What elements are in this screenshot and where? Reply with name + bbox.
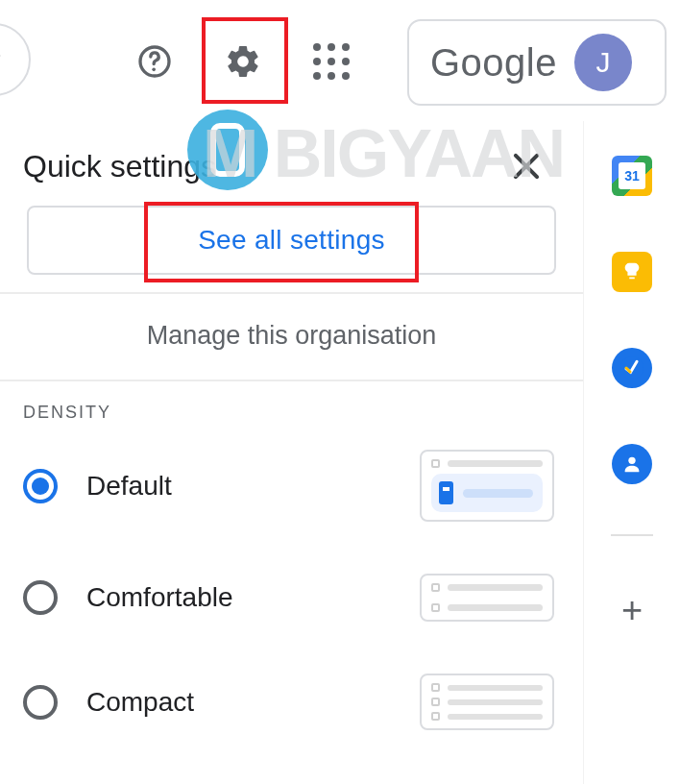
manage-organisation-link[interactable]: Manage this organisation [0,294,583,380]
radio-icon[interactable] [23,580,58,615]
add-addon-icon[interactable]: + [621,592,643,628]
density-option-compact[interactable]: Compact [23,674,556,730]
density-label: Default [86,471,172,502]
density-label: Compact [86,687,194,718]
density-preview-compact [420,674,554,730]
density-option-comfortable[interactable]: Comfortable [23,574,556,622]
keep-app-icon[interactable] [612,252,652,292]
see-all-settings-button[interactable]: See all settings [27,206,556,275]
help-icon[interactable] [133,39,177,84]
panel-title: Quick settings [23,149,216,184]
density-section: DENSITY Default Comfortable [0,381,583,730]
close-icon[interactable] [508,148,545,184]
see-all-settings-label: See all settings [198,225,385,256]
google-apps-icon[interactable] [309,39,353,84]
contacts-app-icon[interactable] [612,444,652,484]
density-heading: DENSITY [23,403,556,423]
svg-point-1 [152,68,156,72]
radio-icon[interactable] [23,469,58,503]
density-options: Default Comfortable [23,450,556,730]
calendar-app-icon[interactable]: 31 [612,156,652,196]
header-bar: ve ▼ Google J [0,0,680,115]
quick-settings-panel: Quick settings See all settings Manage t… [0,121,584,784]
calendar-date: 31 [619,162,645,189]
header-toolbar [133,33,353,90]
density-option-default[interactable]: Default [23,450,556,522]
manage-organisation-label: Manage this organisation [147,321,437,350]
google-logo-text: Google [430,41,557,85]
see-all-settings-wrap: See all settings [0,198,583,292]
density-label: Comfortable [86,582,233,613]
avatar-initial: J [595,46,610,79]
dropdown-caret-icon: ▼ [0,50,4,70]
svg-point-3 [628,457,635,464]
avatar[interactable]: J [574,34,632,91]
density-preview-default [420,450,554,522]
rail-divider [611,534,653,536]
archive-chip[interactable]: ve ▼ [0,23,31,96]
gear-icon[interactable] [221,39,265,84]
main-area: Quick settings See all settings Manage t… [0,121,680,784]
radio-icon[interactable] [23,685,58,720]
tasks-app-icon[interactable] [612,348,652,388]
account-chip[interactable]: Google J [407,19,667,106]
density-preview-comfortable [420,574,554,622]
quick-settings-header: Quick settings [0,121,583,198]
side-panel-rail: 31 + [584,121,680,784]
